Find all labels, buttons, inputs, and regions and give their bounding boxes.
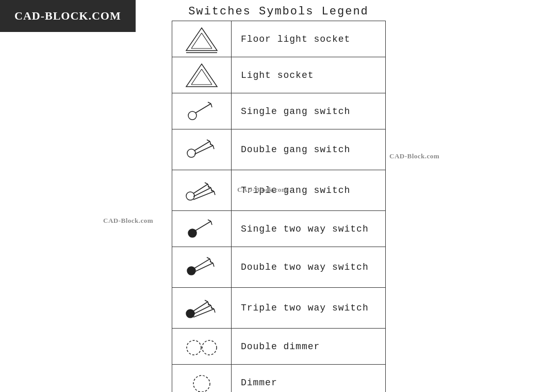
table-row: Double gang switch (172, 129, 386, 170)
svg-line-27 (193, 191, 214, 200)
label-single-two-way-switch: Single two way switch (231, 211, 385, 247)
label-double-gang-switch: Double gang switch (231, 129, 385, 170)
svg-line-32 (208, 220, 211, 221)
label-double-two-way-switch: Double two way switch (231, 247, 385, 288)
svg-line-18 (210, 144, 213, 145)
symbol-triple-gang-switch (172, 170, 232, 211)
symbol-double-dimmer (172, 329, 232, 365)
page-title: Switches Symbols Legend (0, 5, 557, 18)
label-double-dimmer: Double dimmer (231, 329, 385, 365)
label-triple-two-way-switch: Triple two way switch (231, 288, 385, 329)
table-row: Single two way switch (172, 211, 386, 247)
table-row: Single gang switch (172, 93, 386, 129)
svg-line-12 (211, 104, 212, 107)
svg-point-51 (187, 340, 201, 355)
table-row: Floor light socket (172, 21, 386, 57)
svg-line-15 (207, 140, 210, 141)
svg-marker-0 (186, 28, 217, 51)
label-dimmer: Dimmer (231, 365, 385, 393)
svg-line-33 (211, 221, 212, 225)
svg-line-35 (194, 259, 210, 268)
svg-point-41 (186, 309, 194, 318)
svg-point-53 (193, 375, 210, 392)
svg-line-17 (194, 145, 213, 154)
svg-line-22 (205, 183, 208, 184)
svg-line-40 (213, 263, 214, 267)
symbol-double-gang-switch (172, 129, 232, 170)
svg-point-30 (188, 229, 196, 237)
svg-point-13 (187, 149, 195, 157)
legend-table: Floor light socket Light socket (172, 21, 386, 392)
svg-line-14 (194, 141, 210, 151)
svg-point-52 (202, 340, 217, 355)
svg-line-21 (193, 184, 208, 193)
svg-point-9 (188, 111, 196, 120)
symbol-triple-two-way-switch (172, 288, 232, 329)
watermark-center: CAD-Block.com (237, 186, 287, 194)
label-light-socket: Light socket (231, 57, 385, 93)
label-floor-light-socket: Floor light socket (231, 21, 385, 57)
label-single-gang-switch: Single gang switch (231, 93, 385, 129)
table-row: Double dimmer (172, 329, 386, 365)
svg-line-39 (210, 262, 213, 263)
svg-line-38 (194, 263, 213, 272)
svg-point-34 (187, 267, 195, 275)
symbol-light-socket (172, 57, 232, 93)
svg-line-42 (193, 302, 208, 311)
table-row: Double two way switch (172, 247, 386, 288)
symbol-floor-light-socket (172, 21, 232, 57)
watermark-right: CAD-Block.com (389, 152, 439, 160)
svg-line-48 (193, 309, 214, 317)
watermark-middle-left: CAD-Block.com (103, 217, 153, 225)
svg-line-36 (207, 257, 210, 259)
svg-line-29 (214, 191, 215, 195)
symbol-single-two-way-switch (172, 211, 232, 247)
svg-line-31 (195, 221, 211, 231)
svg-line-19 (213, 145, 214, 149)
svg-line-50 (214, 309, 215, 313)
table-row: Light socket (172, 57, 386, 93)
symbol-double-two-way-switch (172, 247, 232, 288)
table-row: Dimmer (172, 365, 386, 393)
symbol-dimmer (172, 365, 232, 393)
svg-marker-5 (186, 64, 217, 87)
table-row: Triple two way switch (172, 288, 386, 329)
symbol-single-gang-switch (172, 93, 232, 129)
svg-line-10 (195, 104, 211, 113)
svg-point-20 (186, 192, 194, 200)
svg-line-11 (208, 102, 211, 104)
svg-line-43 (205, 300, 208, 302)
